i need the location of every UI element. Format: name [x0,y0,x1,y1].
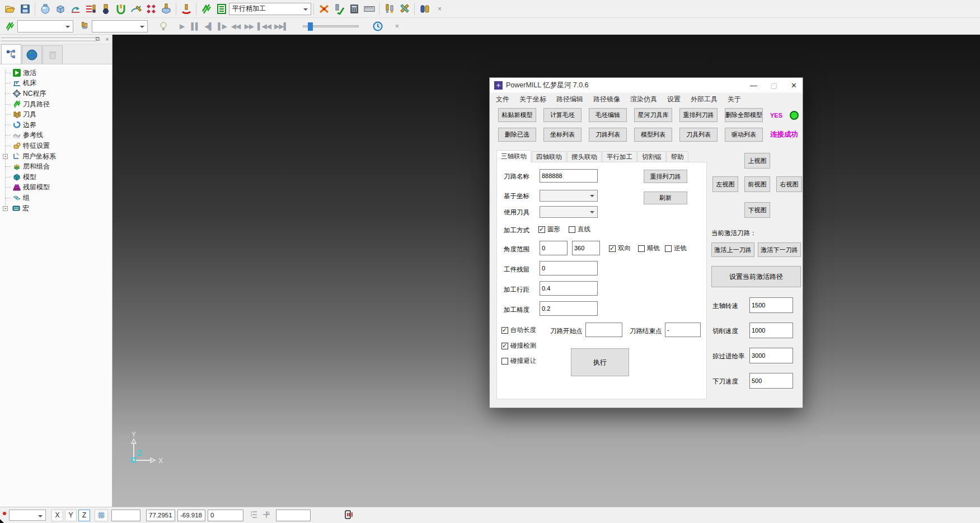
view-left-button[interactable]: 左视图 [712,176,738,192]
sim-speed-slider[interactable] [303,25,359,27]
bidirectional-checkbox[interactable]: 双向 [609,244,631,253]
powermill-logo-icon[interactable] [199,2,214,16]
strategy-combobox[interactable]: 平行精加工 [229,3,311,15]
skip-end-button[interactable]: ▶▶▌ [273,22,289,30]
grid-snap-button[interactable] [95,510,108,521]
set-active-path-button[interactable]: 设置当前激活路径 [711,266,801,287]
tree-item-tools[interactable]: 刀具 [2,109,112,120]
shaded-view-icon[interactable] [37,2,53,16]
menu-external-tools[interactable]: 外部工具 [691,95,718,104]
activate-prev-button[interactable]: 激活上一刀路 [711,242,754,257]
clock-icon[interactable] [370,19,385,34]
dialog-title-bar[interactable]: PowerMILL 忆梦星河 7.0.6 — ▢ ✕ [490,78,803,92]
tab-saw[interactable]: 切割锯 [637,151,666,162]
menu-settings[interactable]: 设置 [667,95,681,104]
tree-item-groups[interactable]: 组 [2,193,112,203]
drag-move-icon[interactable] [262,511,270,520]
axis-y-button[interactable]: Y [65,510,77,521]
axis-x-button[interactable]: X [51,510,63,521]
tree-item-models[interactable]: 模型 [2,172,112,183]
pattern-points-icon[interactable] [143,2,158,16]
skip-start-button[interactable]: ▌◀◀ [256,22,273,30]
circle-checkbox[interactable]: 圆形 [538,225,560,234]
menu-about[interactable]: 关于 [728,95,741,104]
view-bottom-button[interactable]: 下视图 [744,202,770,218]
tab-explorer-globe[interactable] [22,45,42,64]
status-value-field[interactable] [276,510,311,521]
rearrange-button[interactable]: 重排列刀路 [644,170,687,183]
climb-mill-checkbox[interactable]: 顺铣 [638,244,660,253]
activate-next-button[interactable]: 激活下一刀路 [758,242,801,257]
strategy-list-icon[interactable] [214,2,229,16]
stock-edit-button[interactable]: 毛坯编辑 [589,108,627,122]
toolpath-end-input[interactable] [665,323,701,337]
tolerance-input[interactable] [540,301,598,316]
cross-tools-icon[interactable] [397,2,412,16]
tab-parallel[interactable]: 平行加工 [602,151,637,162]
tool-pair-icon[interactable] [382,2,397,16]
tool-library-button[interactable]: 星河刀具库 [634,108,672,122]
tab-head-swing[interactable]: 摆头联动 [567,151,602,162]
tab-help[interactable]: 帮助 [667,151,688,162]
tree-item-patterns[interactable]: 参考线 [2,130,112,141]
tree-item-feature-sets[interactable]: 特征设置 [2,141,112,151]
tree-item-activate[interactable]: 激活 [2,68,112,78]
view-top-button[interactable]: 上视图 [744,153,770,169]
model-list-button[interactable]: 模型列表 [634,128,672,142]
suspend-icon[interactable] [344,510,353,521]
paste-model-button[interactable]: 粘贴新模型 [498,108,536,122]
stepover-input[interactable] [540,281,598,296]
toolpath-jump-icon[interactable] [68,2,83,16]
line-checkbox[interactable]: 直线 [569,225,590,234]
view-right-button[interactable]: 右视图 [776,176,802,192]
calculator-icon[interactable] [346,2,362,16]
nc-program-list-icon[interactable] [83,2,98,16]
delete-all-models-button[interactable]: 删除全部模型 [725,108,763,122]
sim-tool-combobox[interactable] [92,20,148,32]
status-combobox[interactable] [9,510,46,521]
close-icon[interactable]: ✕ [791,81,797,90]
tool-list-button[interactable]: 刀具列表 [679,128,718,142]
tab-explorer-trash[interactable] [43,45,63,64]
tab-3axis[interactable]: 三轴联动 [496,150,531,162]
light-bulb-icon[interactable] [156,19,171,34]
conventional-mill-checkbox[interactable]: 逆铣 [665,244,687,253]
pause-button[interactable]: ▌▌ [189,22,202,30]
menu-path-mirror[interactable]: 路径镜像 [593,95,620,104]
tool-database-icon[interactable] [417,2,432,16]
plunge-feed-input[interactable] [749,373,793,389]
expand-icon[interactable]: + [3,206,8,211]
toolpath-start-input[interactable] [585,323,622,337]
coord-x-field[interactable]: 77.2951 [146,510,175,521]
point-list-icon[interactable] [250,511,258,520]
tab-explorer-tree[interactable] [1,44,21,64]
ruler-icon[interactable] [362,2,377,16]
save-project-icon[interactable] [17,2,32,16]
rearrange-toolpaths-button[interactable]: 重排列刀路 [679,108,718,122]
auto-length-checkbox[interactable]: 自动长度 [501,326,536,334]
coord-z-field[interactable]: 0 [208,510,243,521]
angle-to-input[interactable] [572,241,600,255]
toolbar-close-icon[interactable]: × [432,2,447,16]
menu-file[interactable]: 文件 [496,95,509,104]
tab-4axis[interactable]: 四轴联动 [532,151,566,162]
block-icon[interactable] [53,2,68,16]
coord-list-button[interactable]: 坐标列表 [543,128,582,142]
toolpath-list-button[interactable]: 刀路列表 [589,128,627,142]
step-back-button[interactable]: ◀▌ [202,22,215,30]
tool-block-icon[interactable] [158,2,174,16]
tree-item-boundaries[interactable]: 边界 [2,120,112,130]
stock-allowance-input[interactable] [540,261,598,275]
collision-check-icon[interactable] [113,2,128,16]
sim-toolpath-combobox[interactable] [17,20,73,32]
view-front-button[interactable]: 前视图 [744,176,770,192]
menu-render-sim[interactable]: 渲染仿真 [630,95,657,104]
collision-check-checkbox[interactable]: 碰撞检测 [501,342,536,350]
minimize-icon[interactable]: — [750,81,757,90]
coord-base-combobox[interactable] [540,190,598,202]
drive-list-button[interactable]: 驱动列表 [725,128,763,142]
maximize-icon[interactable]: ▢ [771,81,777,90]
expand-icon[interactable]: + [3,154,8,159]
skim-feed-input[interactable] [749,348,793,363]
fast-forward-button[interactable]: ▶▶ [242,22,256,30]
